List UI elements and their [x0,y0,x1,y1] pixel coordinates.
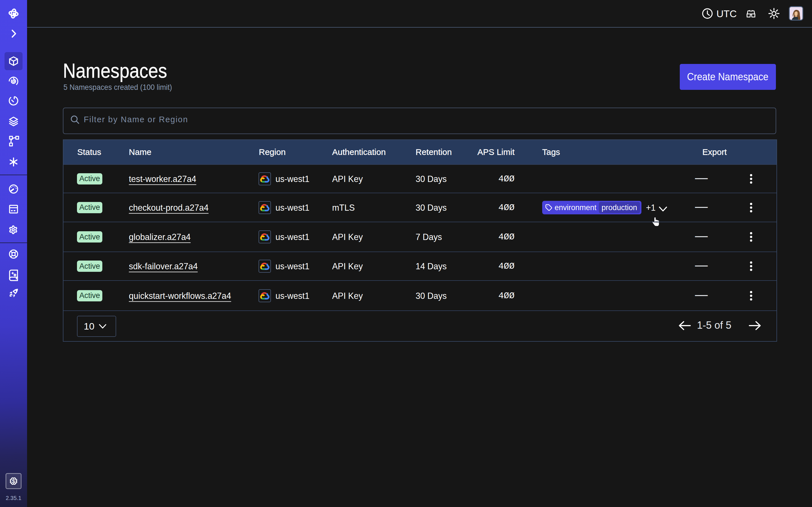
svg-text:$: $ [12,478,15,484]
